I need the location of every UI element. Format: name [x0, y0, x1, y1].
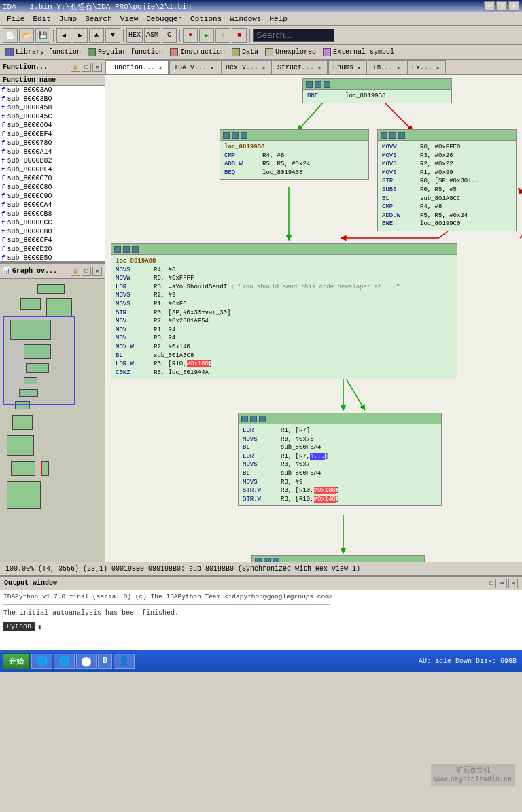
graph-float-btn[interactable]: □ [82, 267, 91, 276]
ow-float-btn[interactable]: ▭ [498, 579, 507, 588]
ow-restore-btn[interactable]: □ [487, 579, 496, 588]
list-item[interactable]: fsub_80003B0 [0, 95, 105, 103]
start-button[interactable]: 开始 [3, 653, 30, 669]
tb-asm[interactable]: ASM [144, 28, 160, 43]
list-item[interactable]: fsub_80003A0 [0, 86, 105, 95]
list-item[interactable]: fsub_8000780 [0, 139, 105, 148]
taskbar-app-photo[interactable]: 👤 [114, 654, 135, 669]
tb-back[interactable]: ◀ [56, 28, 71, 43]
tb-save[interactable]: 💾 [35, 28, 50, 43]
menu-debugger[interactable]: Debugger [142, 14, 186, 24]
list-item[interactable]: fsub_8000458 [0, 103, 105, 112]
list-item[interactable]: fsub_8000C70 [0, 174, 105, 183]
tb-hex[interactable]: HEX [126, 28, 143, 43]
cfg-block-bne[interactable]: BNE loc_80199B8 [302, 78, 452, 103]
tb-open[interactable]: 📂 [19, 28, 34, 43]
menu-options[interactable]: Options [186, 14, 226, 24]
output-window-header: Output window □ ▭ ✕ [0, 577, 522, 590]
tb-stop[interactable]: ■ [232, 28, 247, 43]
list-item[interactable]: fsub_8000C90 [0, 192, 105, 201]
tab-enums-close[interactable]: ✕ [355, 65, 362, 71]
graph-lock-btn[interactable]: 🔒 [71, 267, 80, 276]
asm-line: MOVSR0, #0x7E [243, 435, 437, 444]
tb-pause[interactable]: ⏸ [215, 28, 230, 43]
list-item[interactable]: fsub_8000EF4 [0, 130, 105, 139]
list-item[interactable]: fsub_8000C80 [0, 183, 105, 192]
tb-c[interactable]: C [162, 28, 177, 43]
list-item[interactable]: fsub_8000CCC [0, 218, 105, 227]
tab-ida-close[interactable]: ✕ [209, 65, 215, 71]
list-item[interactable]: fsub_800045C [0, 112, 105, 121]
cfg-block-loc80199b8-content: loc_80199B8 CMPR4, #8 ADD.WR5, R5, #0x24… [220, 141, 368, 179]
panel-controls: 🔒 □ ✕ [71, 63, 102, 72]
tab-exports[interactable]: Ex... ✕ [407, 60, 446, 75]
tb-up[interactable]: ▲ [89, 28, 104, 43]
tb-new[interactable]: 📄 [3, 28, 18, 43]
asm-line: MOVSR0, #0x7F [243, 460, 437, 469]
list-item[interactable]: fsub_8000CB0 [0, 227, 105, 236]
panel-float-btn[interactable]: □ [82, 63, 91, 72]
panel-close-btn[interactable]: ✕ [92, 63, 102, 72]
tab-exports-close[interactable]: ✕ [434, 65, 441, 71]
menu-help[interactable]: Help [265, 14, 291, 24]
search-input[interactable] [253, 29, 334, 42]
list-item[interactable]: fsub_8000E50 [0, 254, 105, 261]
list-item[interactable]: fsub_8000A14 [0, 148, 105, 156]
tab-enums[interactable]: Enums ✕ [328, 60, 367, 75]
block-icon2 [315, 81, 321, 88]
ow-prompt-line[interactable]: Python ▮ [3, 622, 519, 631]
cfg-block-main[interactable]: loc_8019A08 MOVSR4, #0 MOVWR0, #0xFFFF L… [111, 243, 457, 379]
tb-down[interactable]: ▼ [105, 28, 120, 43]
tab-function[interactable]: Function... ✕ [105, 60, 169, 75]
cfg-block-mid[interactable]: LDRR1, [R7] MOVSR0, #0x7E BLsub_800FEA4 … [238, 413, 442, 506]
tb-fwd[interactable]: ▶ [73, 28, 88, 43]
graph-close-btn[interactable]: ✕ [92, 267, 102, 276]
tab-imports[interactable]: Im... ✕ [368, 60, 406, 75]
menu-view[interactable]: View [116, 14, 142, 24]
mini-block-extra8 [7, 481, 41, 509]
list-item[interactable]: fsub_8000BF4 [0, 165, 105, 174]
tab-ida-view[interactable]: IDA V... ✕ [169, 60, 220, 75]
panel-lock-btn[interactable]: 🔒 [71, 63, 80, 72]
minimize-button[interactable]: – [484, 1, 495, 11]
tab-hex-close[interactable]: ✕ [260, 65, 267, 71]
menu-jump[interactable]: Jump [55, 14, 81, 24]
func-icon: f [1, 237, 5, 244]
asm-line: MOV.WR2, #0x140 [116, 343, 453, 352]
ow-close-btn[interactable]: ✕ [508, 579, 518, 588]
cfg-block-loc80199b8[interactable]: loc_80199B8 CMPR4, #8 ADD.WR5, R5, #0x24… [220, 129, 369, 180]
taskbar-app-ie1[interactable]: 🌐 [31, 654, 52, 669]
tab-struct-close[interactable]: ✕ [316, 65, 323, 71]
cfg-block-main-header [111, 244, 457, 255]
cfg-block-bottom[interactable]: loc_8019A4A ADDSP, SP, #0x10 POP.W{R4-R1… [251, 555, 425, 562]
list-item[interactable]: fsub_8000B82 [0, 156, 105, 165]
tab-imports-close[interactable]: ✕ [395, 65, 402, 71]
tab-struct[interactable]: Struct... ✕ [273, 60, 328, 75]
func-icon: f [1, 202, 5, 209]
close-button[interactable]: ✕ [508, 1, 519, 11]
function-list[interactable]: fsub_80003A0 fsub_80003B0 fsub_8000458 f… [0, 86, 105, 261]
taskbar-app-ie2[interactable]: 🌐 [54, 654, 75, 669]
maximize-button[interactable]: □ [496, 1, 507, 11]
taskbar-app-chrome[interactable]: ⬤ [76, 654, 97, 669]
legend-external-box [323, 48, 331, 56]
menu-windows[interactable]: Windows [226, 14, 265, 24]
tab-struct-label: Struct... [277, 64, 314, 71]
tb-bp[interactable]: ● [183, 28, 198, 43]
tab-function-close[interactable]: ✕ [157, 64, 164, 71]
list-item[interactable]: fsub_8000CB8 [0, 209, 105, 218]
menu-file[interactable]: File [3, 14, 29, 24]
taskbar-app-bm[interactable]: B [98, 654, 112, 669]
tb-run[interactable]: ▶ [199, 28, 214, 43]
asm-line: BLsub_800FEA4 [243, 443, 437, 452]
cfg-area[interactable]: BNE loc_80199B8 loc_80199B8 C [105, 75, 522, 562]
menu-search[interactable]: Search [81, 14, 116, 24]
list-item[interactable]: fsub_8000CA4 [0, 201, 105, 209]
list-item[interactable]: fsub_8000CF4 [0, 236, 105, 245]
tab-hex[interactable]: Hex V... ✕ [221, 60, 272, 75]
graph-mini-content[interactable] [0, 279, 105, 562]
list-item[interactable]: fsub_8000604 [0, 121, 105, 130]
list-item[interactable]: fsub_8000D20 [0, 245, 105, 254]
cfg-block-right[interactable]: MOVWR0, #0xFFE0 MOVSR3, #0x26 MOVSR2, #0… [377, 129, 517, 231]
menu-edit[interactable]: Edit [29, 14, 54, 24]
